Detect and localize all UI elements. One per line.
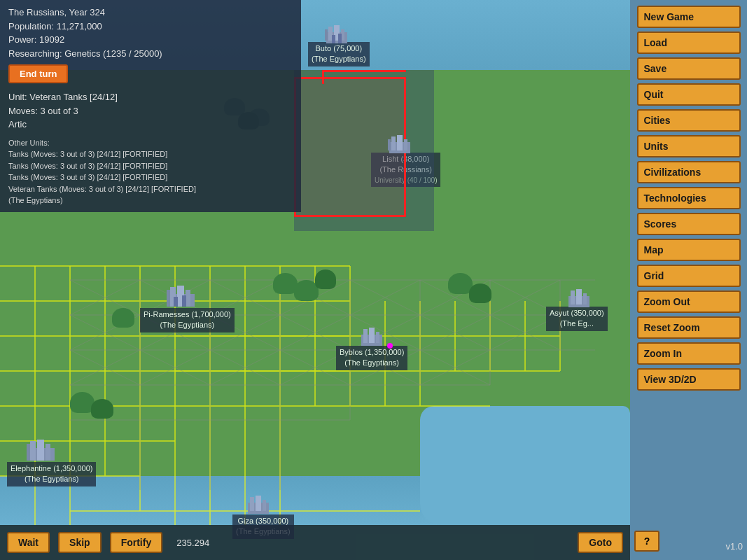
svg-rect-105 <box>583 293 587 304</box>
svg-rect-89 <box>404 139 407 150</box>
water-blob <box>420 406 630 525</box>
units-button[interactable]: Units <box>637 135 741 158</box>
grid-button[interactable]: Grid <box>637 265 741 287</box>
new-game-button[interactable]: New Game <box>637 6 741 28</box>
city-icon-asyut <box>566 284 592 313</box>
svg-rect-114 <box>263 500 266 511</box>
tree-6 <box>315 270 336 289</box>
load-button[interactable]: Load <box>637 31 741 54</box>
svg-rect-107 <box>30 441 36 461</box>
zoom-in-button[interactable]: Zoom In <box>637 342 741 365</box>
svg-rect-99 <box>363 329 368 343</box>
reset-zoom-button[interactable]: Reset Zoom <box>637 316 741 339</box>
other-unit-2: Tanks (Moves: 3 out of 3) [24/12] [FORTI… <box>8 160 293 172</box>
other-unit-4: Veteran Tanks (Moves: 3 out of 3) [24/12… <box>8 183 293 195</box>
research-info: Researching: Genetics (1235 / 25000) <box>8 47 293 61</box>
unit-location: Artic <box>8 118 293 132</box>
wait-button[interactable]: Wait <box>7 532 50 553</box>
tree-8 <box>469 284 491 303</box>
svg-rect-109 <box>46 444 50 461</box>
svg-rect-96 <box>174 297 178 307</box>
svg-rect-112 <box>250 497 254 511</box>
svg-rect-108 <box>37 440 44 461</box>
svg-rect-103 <box>571 290 575 304</box>
city-icon-buto <box>323 20 350 49</box>
dot-byblos <box>387 343 393 349</box>
other-unit-1: Tanks (Moves: 3 out of 3) [24/12] [FORTI… <box>8 148 293 160</box>
scores-button[interactable]: Scores <box>637 213 741 235</box>
svg-rect-85 <box>338 34 342 43</box>
end-turn-button[interactable]: End turn <box>8 64 68 83</box>
goto-button[interactable]: Goto <box>578 532 623 553</box>
cities-button[interactable]: Cities <box>637 109 741 132</box>
save-button[interactable]: Save <box>637 57 741 80</box>
power-info: Power: 19092 <box>8 33 293 47</box>
technologies-button[interactable]: Technologies <box>637 187 741 209</box>
civilization-info: The Russians, Year 324 <box>8 6 293 20</box>
unit-moves: Moves: 3 out of 3 <box>8 104 293 118</box>
svg-rect-97 <box>182 295 186 307</box>
help-button[interactable]: ? <box>634 531 659 552</box>
other-units-header: Other Units: <box>8 137 293 149</box>
population-info: Population: 11,271,000 <box>8 20 293 34</box>
territory-border-ext <box>322 70 406 84</box>
svg-rect-88 <box>397 135 403 150</box>
bottom-bar: Wait Skip Fortify 235.294 Goto <box>0 525 630 560</box>
city-icon-byblos <box>358 322 385 351</box>
svg-rect-104 <box>576 289 582 304</box>
owner-label: (The Egyptians) <box>8 195 293 206</box>
civilizations-button[interactable]: Civilizations <box>637 161 741 183</box>
unit-info: Unit: Veteran Tanks [24/12] Moves: 3 out… <box>8 90 293 132</box>
map-button[interactable]: Map <box>637 239 741 261</box>
svg-rect-110 <box>27 444 30 461</box>
quit-button[interactable]: Quit <box>637 83 741 106</box>
svg-rect-100 <box>369 328 375 343</box>
svg-rect-95 <box>167 290 170 307</box>
svg-rect-87 <box>391 136 396 150</box>
coordinates: 235.294 <box>176 538 209 548</box>
other-unit-3: Tanks (Moves: 3 out of 3) [24/12] [FORTI… <box>8 172 293 183</box>
svg-rect-101 <box>376 332 379 343</box>
city-icon-lisht <box>386 130 413 159</box>
other-units-section: Other Units: Tanks (Moves: 3 out of 3) [… <box>8 137 293 206</box>
svg-rect-94 <box>186 290 190 307</box>
city-icon-giza <box>245 490 272 519</box>
sidebar: New Game Load Save Quit Cities Units Civ… <box>630 0 747 560</box>
svg-rect-113 <box>256 496 261 511</box>
svg-rect-90 <box>388 139 391 150</box>
fortify-button[interactable]: Fortify <box>110 532 163 553</box>
skip-button[interactable]: Skip <box>58 532 102 553</box>
tree-9 <box>112 308 134 328</box>
info-panel: The Russians, Year 324 Population: 11,27… <box>0 0 301 212</box>
svg-rect-83 <box>325 29 328 41</box>
svg-rect-84 <box>332 35 335 43</box>
city-icon-piramesses <box>167 280 196 312</box>
view-3d-2d-button[interactable]: View 3D/2D <box>637 368 741 391</box>
version-label: v1.0 <box>725 541 743 552</box>
tree-11 <box>91 399 113 419</box>
city-icon-elephantine <box>27 434 56 466</box>
zoom-out-button[interactable]: Zoom Out <box>637 290 741 313</box>
unit-type: Unit: Veteran Tanks [24/12] <box>8 90 293 104</box>
